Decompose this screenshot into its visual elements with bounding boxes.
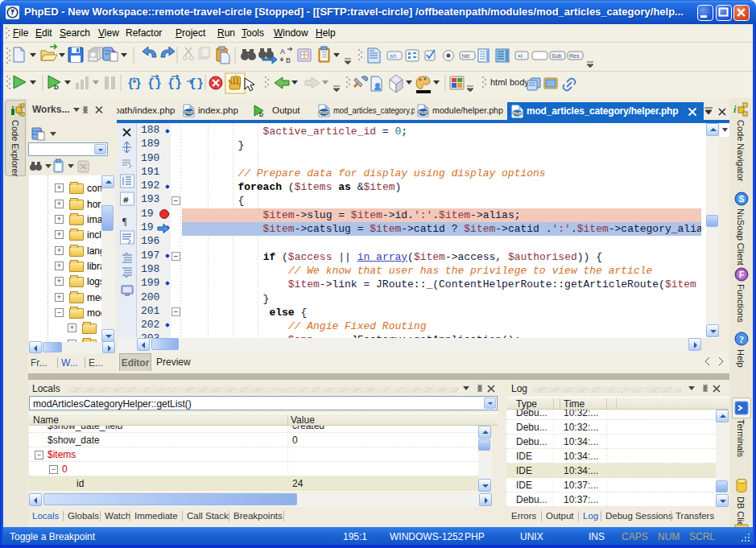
svg-text:¶: ¶ xyxy=(122,216,127,227)
svg-text:i: i xyxy=(733,104,737,115)
svg-text:PHP: PHP xyxy=(319,110,328,115)
svg-text:#: # xyxy=(123,196,129,205)
svg-text:ab: ab xyxy=(390,53,396,60)
svg-text:×I: ×I xyxy=(518,53,523,59)
svg-text:D: D xyxy=(259,112,263,117)
svg-text:A: A xyxy=(280,47,285,56)
svg-text:F: F xyxy=(739,270,744,279)
svg-text:html: html xyxy=(490,77,507,87)
svg-text:PHP: PHP xyxy=(184,110,193,115)
svg-text:{}: {} xyxy=(189,77,204,91)
svg-text:{}: {} xyxy=(167,77,182,91)
svg-text:body: body xyxy=(510,77,529,87)
svg-text:hid: hid xyxy=(462,53,469,59)
svg-text:S: S xyxy=(739,195,745,204)
svg-text:B: B xyxy=(286,56,291,64)
svg-text:{}: {} xyxy=(147,77,162,91)
svg-text:Sub: Sub xyxy=(552,53,562,59)
svg-text:Res: Res xyxy=(569,53,580,59)
svg-text:PHP: PHP xyxy=(418,110,428,115)
svg-text:?: ? xyxy=(739,334,744,345)
svg-text:PHP: PHP xyxy=(512,111,522,116)
svg-text:D: D xyxy=(54,84,59,91)
